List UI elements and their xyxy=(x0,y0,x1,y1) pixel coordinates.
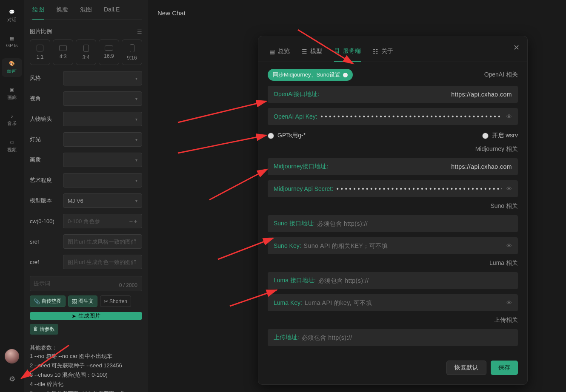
sidebar: 绘图 换脸 混图 Dall.E 图片比例☰ 1:1 4:3 3:4 16:9 9… xyxy=(24,0,148,392)
quality-select[interactable]: ▾ xyxy=(63,153,142,167)
mtab-model[interactable]: ☰模型 xyxy=(302,47,322,62)
upload-url-input[interactable]: 上传地址: xyxy=(268,329,518,346)
chip-img2img[interactable]: 🖼图生文 xyxy=(68,295,97,307)
mj-url-input[interactable]: Midjourney接口地址: xyxy=(268,158,518,175)
sidebar-tabs: 绘图 换脸 混图 Dall.E xyxy=(30,0,142,20)
nav-music[interactable]: ♪音乐 xyxy=(2,111,22,129)
help-line: 2 --seed 可先获取种子 --seed 123456 xyxy=(30,361,142,370)
sliders-icon: ☰ xyxy=(302,48,307,55)
angle-select[interactable]: ▾ xyxy=(63,91,142,106)
luma-url-input[interactable]: Luma 接口地址: xyxy=(268,272,518,289)
tab-draw[interactable]: 绘图 xyxy=(32,6,44,20)
grid-icon: ▦ xyxy=(10,36,14,41)
save-button[interactable]: 保存 xyxy=(491,361,518,375)
list-icon[interactable]: ☰ xyxy=(137,28,142,35)
plus-icon[interactable]: + xyxy=(134,218,137,225)
nav-chat[interactable]: 💬对话 xyxy=(2,7,22,26)
luma-key-input[interactable]: Luma Key:👁 xyxy=(268,294,518,311)
wsrv-toggle[interactable]: 开启 wsrv xyxy=(482,132,518,139)
settings-icon[interactable]: ⚙ xyxy=(9,375,15,383)
svg-line-1 xyxy=(178,101,266,122)
nav-gpts[interactable]: ▦GPTs xyxy=(2,33,22,51)
upload-icon[interactable]: ⤒ xyxy=(133,239,137,245)
mtab-about[interactable]: ☷关于 xyxy=(373,47,393,62)
chat-title: New Chat xyxy=(157,9,186,17)
ratio-3-4[interactable]: 3:4 xyxy=(76,40,96,65)
mj-key-input[interactable]: Midjourney Api Secret:👁 xyxy=(268,180,518,197)
eye-icon[interactable]: 👁 xyxy=(506,242,512,249)
cref-label: cref xyxy=(30,259,60,265)
toggle-knob xyxy=(482,133,489,139)
settings-modal: ✕ ▤总览 ☰模型 目服务端 ☷关于 同步Midjourney、Suno设置 O… xyxy=(258,36,528,385)
light-label: 灯光 xyxy=(30,136,60,143)
openai-url-input[interactable]: OpenAI接口地址: xyxy=(268,86,518,103)
video-icon: ▭ xyxy=(10,139,14,145)
chip-upload[interactable]: 📎自传垫图 xyxy=(30,295,66,307)
chevron-down-icon: ▾ xyxy=(135,158,137,162)
nav-draw[interactable]: 🎨绘画 xyxy=(2,58,22,77)
chevron-down-icon: ▾ xyxy=(135,199,137,203)
ratio-1-1[interactable]: 1:1 xyxy=(30,40,50,65)
upload-icon[interactable]: ⤒ xyxy=(133,259,137,265)
minus-icon[interactable]: − xyxy=(129,218,133,225)
section-suno: Suno 相关 xyxy=(268,202,518,210)
ratio-4-3[interactable]: 4:3 xyxy=(53,40,73,65)
nav-gallery[interactable]: ▣画廊 xyxy=(2,85,22,103)
image-icon: ▣ xyxy=(10,87,14,93)
ratio-row: 1:1 4:3 3:4 16:9 9:16 xyxy=(30,40,142,65)
ratio-16-9[interactable]: 16:9 xyxy=(99,40,119,65)
chevron-down-icon: ▾ xyxy=(135,178,137,183)
section-luma: Luma 相关 xyxy=(268,259,518,267)
chevron-down-icon: ▾ xyxy=(135,97,137,101)
chip-shorten[interactable]: ✂Shorten xyxy=(100,295,131,307)
ratio-9-16[interactable]: 9:16 xyxy=(122,40,142,65)
clear-params-button[interactable]: 🗑清参数 xyxy=(30,324,58,335)
close-icon[interactable]: ✕ xyxy=(513,43,520,52)
chevron-down-icon: ▾ xyxy=(135,137,137,142)
tab-faceswap[interactable]: 换脸 xyxy=(56,6,68,20)
help-line: 1 --no 忽略 --no car 图中不出现车 xyxy=(30,352,142,361)
art-label: 艺术程度 xyxy=(30,176,60,184)
prompt-textarea[interactable]: 提示词0 / 2000 xyxy=(30,276,142,291)
toggle-knob xyxy=(343,73,348,77)
nav-video[interactable]: ▭视频 xyxy=(2,137,22,156)
portrait-select[interactable]: ▾ xyxy=(63,112,142,126)
avatar[interactable] xyxy=(5,349,19,364)
send-icon: ➤ xyxy=(71,313,76,319)
quality-label: 画质 xyxy=(30,156,60,164)
sref-label: sref xyxy=(30,239,60,245)
mtab-server[interactable]: 目服务端 xyxy=(334,47,361,62)
generate-button[interactable]: ➤生成图片 xyxy=(30,312,142,320)
vertical-nav: 💬对话 ▦GPTs 🎨绘画 ▣画廊 ♪音乐 ▭视频 ⚙ xyxy=(0,0,24,392)
art-select[interactable]: ▾ xyxy=(63,173,142,187)
help-line: 3 --chaos 10 混合(范围：0-100) xyxy=(30,370,142,380)
suno-url-input[interactable]: Suno 接口地址: xyxy=(268,215,518,232)
reset-button[interactable]: 恢复默认 xyxy=(446,361,486,375)
help-header: 其他参数： xyxy=(30,344,142,352)
style-select[interactable]: ▾ xyxy=(63,71,142,85)
model-label: 模型版本 xyxy=(30,197,60,205)
eye-icon[interactable]: 👁 xyxy=(506,299,512,306)
tab-mix[interactable]: 混图 xyxy=(80,6,92,20)
svg-line-2 xyxy=(178,135,266,153)
modal-tabs: ▤总览 ☰模型 目服务端 ☷关于 xyxy=(258,36,527,62)
eye-icon[interactable]: 👁 xyxy=(506,185,512,192)
style-label: 风格 xyxy=(30,74,60,82)
info-icon: ☷ xyxy=(373,48,378,55)
model-select[interactable]: MJ V6▾ xyxy=(63,193,142,208)
tab-dalle[interactable]: Dall.E xyxy=(104,6,120,20)
sref-input[interactable]: ⤒ xyxy=(63,234,142,249)
mtab-overview[interactable]: ▤总览 xyxy=(269,47,290,62)
chat-icon: 💬 xyxy=(9,9,15,15)
angle-label: 视角 xyxy=(30,95,60,102)
section-openai: OpenAI 相关 xyxy=(484,71,518,79)
sync-toggle[interactable]: 同步Midjourney、Suno设置 xyxy=(268,69,353,81)
suno-key-input[interactable]: Suno Key:👁 xyxy=(268,237,518,254)
gpts-toggle[interactable]: GPTs用g-* xyxy=(268,132,306,139)
palette-icon: 🎨 xyxy=(9,61,15,66)
cw-input[interactable]: − + xyxy=(63,214,142,228)
light-select[interactable]: ▾ xyxy=(63,132,142,147)
cref-input[interactable]: ⤒ xyxy=(63,255,142,269)
eye-icon[interactable]: 👁 xyxy=(506,113,512,120)
openai-key-input[interactable]: OpenAI Api Key:👁 xyxy=(268,108,518,125)
